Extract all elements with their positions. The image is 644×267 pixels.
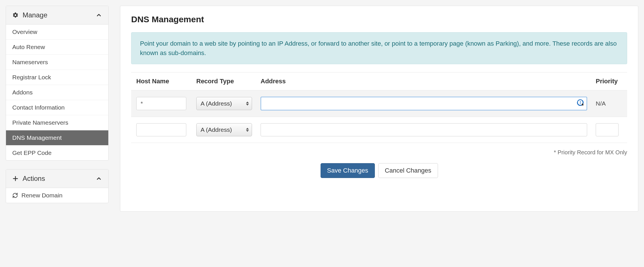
sidebar-manage-header[interactable]: Manage: [6, 6, 108, 25]
cancel-button[interactable]: Cancel Changes: [378, 163, 438, 178]
sidebar-item-nameservers[interactable]: Nameservers: [6, 55, 108, 70]
col-header-type: Record Type: [196, 78, 261, 85]
page-title: DNS Management: [131, 15, 627, 24]
select-value: A (Address): [201, 100, 232, 107]
host-name-input[interactable]: [136, 123, 186, 136]
sidebar-manage-title: Manage: [23, 11, 47, 19]
dns-table: Host Name Record Type Address Priority A…: [131, 72, 627, 143]
record-type-select[interactable]: A (Address): [196, 123, 252, 136]
sidebar-item-label: Addons: [12, 89, 33, 96]
col-header-address: Address: [261, 78, 596, 85]
svg-point-5: [580, 103, 581, 104]
sidebar-item-addons[interactable]: Addons: [6, 85, 108, 100]
gear-icon: [12, 12, 19, 18]
col-header-priority: Priority: [596, 78, 627, 85]
plus-icon: [12, 175, 19, 182]
sidebar-item-label: Overview: [12, 29, 37, 35]
col-header-host: Host Name: [136, 78, 196, 85]
chevron-up-icon: [96, 175, 102, 182]
sidebar: Manage Overview Auto Renew Nameservers R…: [6, 6, 109, 212]
mx-note: * Priority Record for MX Only: [131, 149, 627, 156]
save-button[interactable]: Save Changes: [321, 163, 375, 178]
table-row: A (Address): [131, 117, 627, 143]
refresh-icon: [12, 193, 18, 198]
sidebar-item-label: DNS Management: [12, 134, 62, 141]
sidebar-item-label: Nameservers: [12, 59, 48, 66]
svg-rect-4: [580, 101, 581, 103]
select-value: A (Address): [201, 126, 232, 133]
record-type-select[interactable]: A (Address): [196, 97, 252, 110]
sidebar-item-label: Registrar Lock: [12, 74, 51, 81]
address-input[interactable]: [261, 97, 587, 110]
sidebar-item-label: Renew Domain: [21, 192, 63, 199]
sidebar-item-get-epp-code[interactable]: Get EPP Code: [6, 145, 108, 160]
sidebar-item-label: Get EPP Code: [12, 149, 51, 156]
sidebar-item-contact-information[interactable]: Contact Information: [6, 100, 108, 115]
sidebar-item-label: Private Nameservers: [12, 119, 68, 126]
priority-na: N/A: [596, 100, 606, 107]
address-input[interactable]: [261, 123, 587, 136]
sidebar-item-overview[interactable]: Overview: [6, 25, 108, 40]
info-box: Point your domain to a web site by point…: [131, 32, 627, 64]
password-manager-icon[interactable]: [577, 99, 584, 108]
sidebar-item-dns-management[interactable]: DNS Management: [6, 130, 108, 145]
sidebar-actions-header[interactable]: Actions: [6, 169, 108, 188]
sidebar-section-manage: Manage Overview Auto Renew Nameservers R…: [6, 6, 109, 161]
chevron-up-icon: [96, 12, 102, 18]
select-arrows-icon: [246, 128, 249, 132]
sidebar-section-actions: Actions Renew Domain: [6, 169, 109, 203]
table-row: A (Address) N/A: [131, 90, 627, 117]
sidebar-item-label: Auto Renew: [12, 44, 45, 50]
table-header-row: Host Name Record Type Address Priority: [131, 72, 627, 90]
select-arrows-icon: [246, 102, 249, 106]
button-row: Save Changes Cancel Changes: [131, 163, 627, 178]
sidebar-item-label: Contact Information: [12, 104, 65, 111]
sidebar-item-registrar-lock[interactable]: Registrar Lock: [6, 70, 108, 85]
sidebar-item-auto-renew[interactable]: Auto Renew: [6, 40, 108, 55]
main-panel: DNS Management Point your domain to a we…: [120, 6, 638, 212]
sidebar-item-private-nameservers[interactable]: Private Nameservers: [6, 115, 108, 130]
priority-input[interactable]: [596, 123, 619, 136]
sidebar-item-renew-domain[interactable]: Renew Domain: [6, 188, 108, 203]
sidebar-actions-title: Actions: [23, 175, 45, 183]
host-name-input[interactable]: [136, 97, 186, 110]
